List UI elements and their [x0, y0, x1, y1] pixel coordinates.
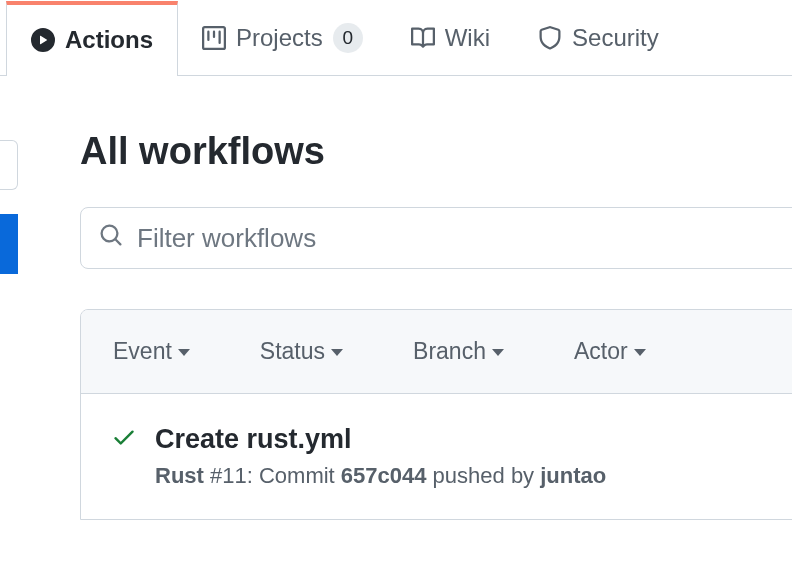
- book-icon: [411, 26, 435, 50]
- commit-sha[interactable]: 657c044: [341, 463, 427, 488]
- dropdown-label: Branch: [413, 338, 486, 365]
- tab-security[interactable]: Security: [514, 0, 683, 75]
- check-icon: [111, 424, 137, 454]
- tab-wiki[interactable]: Wiki: [387, 0, 514, 75]
- dropdown-label: Actor: [574, 338, 628, 365]
- run-title[interactable]: Create rust.yml: [155, 424, 606, 455]
- tab-label: Security: [572, 24, 659, 52]
- shield-icon: [538, 26, 562, 50]
- tab-label: Actions: [65, 26, 153, 54]
- run-text: Create rust.yml Rust #11: Commit 657c044…: [155, 424, 606, 489]
- caret-down-icon: [492, 349, 504, 356]
- meta-prefix: Commit: [259, 463, 341, 488]
- filter-event-dropdown[interactable]: Event: [113, 338, 190, 365]
- meta-mid: pushed by: [426, 463, 540, 488]
- tab-label: Projects: [236, 24, 323, 52]
- workflow-runs-list: Event Status Branch Actor Create rust.ym…: [80, 309, 792, 520]
- dropdown-label: Status: [260, 338, 325, 365]
- play-circle-icon: [31, 28, 55, 52]
- sidebar-box-outline: [0, 140, 18, 190]
- tab-label: Wiki: [445, 24, 490, 52]
- filter-status-dropdown[interactable]: Status: [260, 338, 343, 365]
- caret-down-icon: [331, 349, 343, 356]
- search-icon: [99, 223, 123, 254]
- filter-bar[interactable]: [80, 207, 792, 269]
- repo-tabs: Actions Projects 0 Wiki Security: [0, 0, 792, 76]
- page-title: All workflows: [80, 130, 792, 173]
- caret-down-icon: [178, 349, 190, 356]
- list-header: Event Status Branch Actor: [81, 310, 792, 394]
- project-icon: [202, 26, 226, 50]
- tab-actions[interactable]: Actions: [6, 1, 178, 76]
- run-meta: Rust #11: Commit 657c044 pushed by junta…: [155, 463, 606, 489]
- workflow-name: Rust: [155, 463, 204, 488]
- sidebar-fragment: [0, 140, 18, 274]
- projects-count-badge: 0: [333, 23, 363, 53]
- filter-input[interactable]: [137, 223, 781, 254]
- sidebar-active-indicator: [0, 214, 18, 274]
- workflow-run-row[interactable]: Create rust.yml Rust #11: Commit 657c044…: [81, 394, 792, 519]
- run-number: #11:: [204, 463, 259, 488]
- dropdown-label: Event: [113, 338, 172, 365]
- caret-down-icon: [634, 349, 646, 356]
- commit-author[interactable]: juntao: [540, 463, 606, 488]
- tab-projects[interactable]: Projects 0: [178, 0, 387, 75]
- main-content: All workflows Event Status Branch Actor: [0, 76, 792, 520]
- filter-actor-dropdown[interactable]: Actor: [574, 338, 646, 365]
- filter-branch-dropdown[interactable]: Branch: [413, 338, 504, 365]
